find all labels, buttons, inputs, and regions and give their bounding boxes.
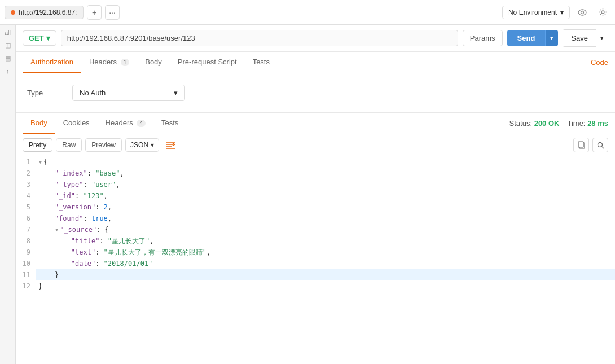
code-line-6: 6 "found": true, xyxy=(16,213,615,224)
pretty-button[interactable]: Pretty xyxy=(23,138,52,152)
line-content-11: } xyxy=(36,269,615,280)
line-num-1: 1 xyxy=(16,156,36,168)
code-line-1: 1 ▾{ xyxy=(16,156,615,168)
auth-type-label: Type xyxy=(27,89,61,97)
line-content-1: ▾{ xyxy=(36,156,615,168)
resp-tab-body[interactable]: Body xyxy=(23,113,55,134)
auth-type-chevron-icon: ▾ xyxy=(174,89,178,97)
request-tabs: Authorization Headers 1 Body Pre-request… xyxy=(16,52,615,73)
resp-tab-cookies[interactable]: Cookies xyxy=(55,113,98,134)
tab-authorization[interactable]: Authorization xyxy=(23,52,81,73)
svg-line-10 xyxy=(601,146,604,148)
resp-headers-badge: 4 xyxy=(137,120,146,127)
method-dropdown[interactable]: GET ▾ xyxy=(23,30,56,46)
svg-rect-8 xyxy=(578,142,583,147)
response-tabs: Body Cookies Headers 4 Tests Status: 200… xyxy=(16,113,615,134)
more-tabs-button[interactable]: ··· xyxy=(105,5,120,20)
headers-badge: 1 xyxy=(121,59,130,66)
code-line-2: 2 "_index": "base", xyxy=(16,168,615,179)
line-num-11: 11 xyxy=(16,269,36,280)
url-input[interactable] xyxy=(61,30,458,46)
line-num-8: 8 xyxy=(16,235,36,247)
params-button[interactable]: Params xyxy=(463,30,503,46)
svg-point-2 xyxy=(601,11,604,14)
line-content-3: "_type": "user", xyxy=(36,179,615,190)
code-line-5: 5 "_version": 2, xyxy=(16,201,615,213)
eye-icon xyxy=(578,9,587,16)
tab-pre-request-script[interactable]: Pre-request Script xyxy=(170,52,245,73)
sidebar-icon-3[interactable]: ↑ xyxy=(6,68,10,74)
line-num-2: 2 xyxy=(16,168,36,179)
env-label: No Environment xyxy=(508,8,557,16)
code-line-8: 8 "title": "星儿长大了", xyxy=(16,235,615,247)
response-actions xyxy=(573,138,608,152)
line-content-12: } xyxy=(36,280,615,292)
status-info: Status: 200 OK Time: 28 ms xyxy=(509,119,608,128)
line-num-3: 3 xyxy=(16,179,36,190)
code-link[interactable]: Code xyxy=(591,58,608,67)
method-chevron-icon: ▾ xyxy=(46,34,50,42)
save-dropdown-button[interactable]: ▾ xyxy=(596,30,608,46)
line-num-6: 6 xyxy=(16,213,36,224)
chevron-down-icon: ▾ xyxy=(560,8,564,16)
line-content-4: "_id": "123", xyxy=(36,190,615,201)
wrap-icon xyxy=(165,141,175,149)
send-button[interactable]: Send xyxy=(507,30,546,46)
sidebar-all-icon[interactable]: all xyxy=(5,29,11,36)
tab-body[interactable]: Body xyxy=(137,52,170,73)
line-content-6: "found": true, xyxy=(36,213,615,224)
line-num-10: 10 xyxy=(16,258,36,269)
gear-button[interactable] xyxy=(595,5,610,20)
preview-button[interactable]: Preview xyxy=(85,138,122,152)
svg-point-1 xyxy=(581,11,584,14)
line-num-4: 4 xyxy=(16,190,36,201)
response-toolbar: Pretty Raw Preview JSON ▾ xyxy=(16,134,615,156)
eye-button[interactable] xyxy=(574,5,590,20)
collapse-icon-1[interactable]: ▾ xyxy=(38,158,42,166)
tab-label: http://192.168.6.87: xyxy=(19,8,77,16)
format-chevron-icon: ▾ xyxy=(151,141,154,149)
wrap-button[interactable] xyxy=(162,138,178,152)
search-button[interactable] xyxy=(592,138,608,152)
save-button[interactable]: Save xyxy=(563,29,596,47)
time-value: 28 ms xyxy=(587,119,608,128)
status-value: 200 OK xyxy=(534,119,560,128)
collapse-icon-7[interactable]: ▾ xyxy=(55,226,59,234)
line-content-8: "title": "星儿长大了", xyxy=(36,235,615,247)
code-line-7: 7 ▾"_source": { xyxy=(16,224,615,235)
auth-type-dropdown[interactable]: No Auth ▾ xyxy=(72,85,185,101)
search-icon xyxy=(597,142,604,149)
code-line-12: 12 } xyxy=(16,280,615,292)
gear-icon xyxy=(599,8,607,16)
resp-tab-tests[interactable]: Tests xyxy=(153,113,186,134)
sidebar: all ◫ ▤ ↑ xyxy=(0,25,16,364)
status-label: Status: 200 OK xyxy=(509,119,560,128)
copy-icon xyxy=(578,141,585,149)
code-line-4: 4 "_id": "123", xyxy=(16,190,615,201)
format-dropdown[interactable]: JSON ▾ xyxy=(125,138,159,152)
auth-section: Type No Auth ▾ xyxy=(16,73,615,112)
sidebar-icon-2[interactable]: ▤ xyxy=(5,55,11,62)
code-line-11: 11 } xyxy=(16,269,615,280)
send-dropdown-button[interactable]: ▾ xyxy=(545,30,558,46)
copy-button[interactable] xyxy=(573,138,589,152)
line-content-7: ▾"_source": { xyxy=(36,224,615,235)
add-tab-button[interactable]: + xyxy=(87,5,102,20)
raw-button[interactable]: Raw xyxy=(56,138,82,152)
auth-type-value: No Auth xyxy=(80,89,106,97)
method-label: GET xyxy=(29,34,44,42)
code-line-3: 3 "_type": "user", xyxy=(16,179,615,190)
svg-point-0 xyxy=(578,10,586,15)
main-content: GET ▾ Params Send ▾ Save ▾ Authorization… xyxy=(16,25,615,364)
resp-tab-headers[interactable]: Headers 4 xyxy=(98,113,153,134)
active-tab[interactable]: http://192.168.6.87: xyxy=(5,6,84,19)
line-content-2: "_index": "base", xyxy=(36,168,615,179)
environment-dropdown[interactable]: No Environment ▾ xyxy=(502,6,570,19)
line-content-10: "date": "2018/01/01" xyxy=(36,258,615,269)
format-label: JSON xyxy=(130,141,148,149)
sidebar-icon-1[interactable]: ◫ xyxy=(5,42,11,49)
code-line-10: 10 "date": "2018/01/01" xyxy=(16,258,615,269)
tab-tests[interactable]: Tests xyxy=(245,52,278,73)
send-button-group: Send ▾ xyxy=(507,30,559,46)
tab-headers[interactable]: Headers 1 xyxy=(81,52,137,73)
